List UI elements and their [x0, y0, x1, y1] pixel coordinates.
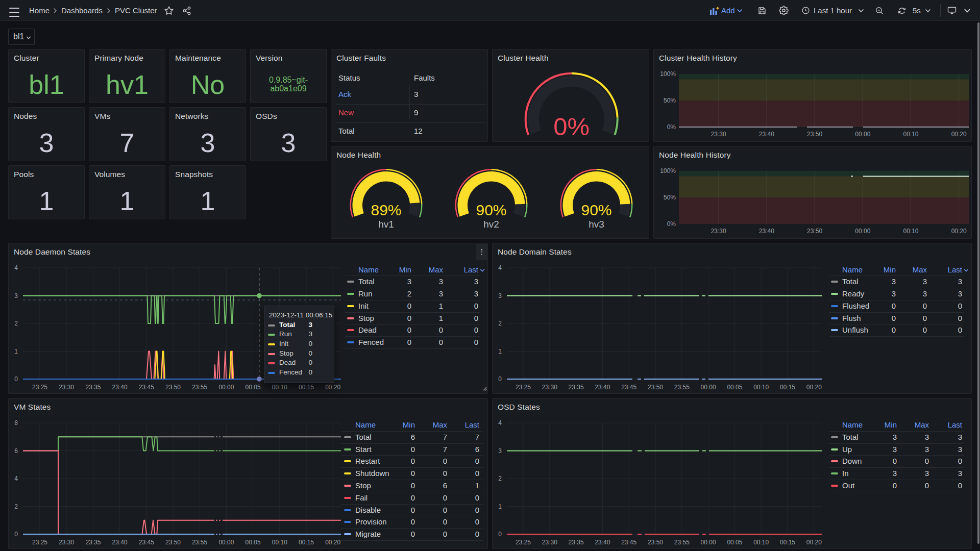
svg-text:23:50: 23:50	[807, 228, 822, 235]
svg-text:23:25: 23:25	[32, 539, 47, 546]
svg-text:1: 1	[498, 348, 502, 355]
svg-text:00:05: 00:05	[246, 384, 261, 391]
svg-text:23:35: 23:35	[85, 539, 101, 546]
svg-text:23:55: 23:55	[674, 539, 690, 546]
svg-text:4: 4	[498, 264, 502, 271]
svg-text:23:50: 23:50	[165, 384, 181, 391]
svg-text:23:45: 23:45	[621, 384, 636, 391]
svg-text:00:20: 00:20	[951, 131, 967, 138]
svg-text:23:30: 23:30	[59, 384, 74, 391]
svg-text:23:25: 23:25	[32, 384, 47, 391]
svg-text:1: 1	[14, 348, 18, 355]
svg-text:00:10: 00:10	[903, 228, 918, 235]
svg-text:23:50: 23:50	[648, 539, 663, 546]
svg-text:23:30: 23:30	[711, 228, 726, 235]
svg-text:23:50: 23:50	[807, 131, 822, 138]
svg-text:00:00: 00:00	[701, 384, 716, 391]
svg-text:23:25: 23:25	[516, 384, 531, 391]
svg-text:23:55: 23:55	[192, 539, 207, 546]
svg-text:23:35: 23:35	[85, 384, 101, 391]
svg-text:4: 4	[14, 475, 18, 482]
svg-text:2: 2	[498, 320, 502, 327]
svg-text:3: 3	[498, 292, 502, 299]
svg-text:2: 2	[14, 320, 18, 327]
svg-text:23:40: 23:40	[595, 384, 610, 391]
svg-text:00:20: 00:20	[806, 539, 822, 546]
svg-text:0: 0	[14, 375, 18, 383]
svg-text:00:15: 00:15	[299, 384, 314, 391]
svg-text:hv2: hv2	[483, 219, 499, 230]
svg-text:23:40: 23:40	[759, 228, 774, 235]
svg-text:23:35: 23:35	[569, 539, 584, 546]
svg-text:23:45: 23:45	[621, 539, 636, 546]
svg-text:3: 3	[498, 447, 502, 455]
svg-text:23:25: 23:25	[516, 539, 531, 546]
svg-text:100%: 100%	[660, 70, 676, 78]
svg-text:00:20: 00:20	[806, 384, 822, 391]
svg-text:00:10: 00:10	[903, 131, 918, 138]
svg-text:00:15: 00:15	[299, 539, 314, 546]
svg-text:23:30: 23:30	[542, 539, 557, 546]
svg-text:8: 8	[14, 419, 18, 427]
svg-text:23:45: 23:45	[139, 384, 154, 391]
svg-text:23:55: 23:55	[674, 384, 690, 391]
svg-text:0: 0	[498, 375, 502, 383]
svg-text:90%: 90%	[476, 202, 506, 218]
svg-text:23:30: 23:30	[711, 131, 726, 138]
svg-text:50%: 50%	[664, 97, 676, 104]
svg-text:00:15: 00:15	[780, 384, 795, 391]
svg-text:23:55: 23:55	[192, 384, 207, 391]
svg-text:00:00: 00:00	[855, 131, 870, 138]
svg-text:90%: 90%	[581, 202, 611, 218]
svg-text:50%: 50%	[664, 194, 676, 201]
svg-text:hv1: hv1	[378, 219, 394, 230]
svg-text:00:20: 00:20	[325, 384, 340, 391]
svg-text:100%: 100%	[660, 167, 676, 174]
svg-text:00:00: 00:00	[855, 228, 870, 235]
svg-text:0%: 0%	[553, 113, 590, 140]
svg-text:00:20: 00:20	[951, 228, 967, 235]
svg-text:00:05: 00:05	[727, 539, 742, 546]
svg-text:89%: 89%	[371, 202, 401, 218]
svg-text:4: 4	[14, 264, 18, 271]
svg-text:6: 6	[14, 447, 18, 455]
svg-text:23:30: 23:30	[59, 539, 74, 546]
svg-text:00:05: 00:05	[727, 384, 742, 391]
svg-text:23:40: 23:40	[759, 131, 774, 138]
svg-text:23:50: 23:50	[165, 539, 181, 546]
svg-text:3: 3	[14, 292, 18, 299]
svg-text:00:00: 00:00	[218, 384, 234, 391]
svg-text:23:30: 23:30	[542, 384, 557, 391]
svg-text:1: 1	[498, 503, 502, 510]
svg-text:00:10: 00:10	[272, 539, 287, 546]
svg-text:23:40: 23:40	[595, 539, 610, 546]
svg-text:00:00: 00:00	[218, 539, 234, 546]
svg-text:00:15: 00:15	[780, 539, 795, 546]
svg-text:00:10: 00:10	[753, 384, 769, 391]
svg-text:00:10: 00:10	[753, 539, 769, 546]
svg-text:00:05: 00:05	[246, 539, 261, 546]
svg-text:2: 2	[14, 503, 18, 510]
svg-text:0%: 0%	[667, 123, 676, 131]
svg-text:00:10: 00:10	[272, 384, 287, 391]
svg-text:4: 4	[498, 419, 502, 427]
svg-text:00:00: 00:00	[701, 539, 716, 546]
svg-text:0: 0	[498, 531, 502, 538]
svg-text:23:40: 23:40	[112, 384, 128, 391]
svg-text:2: 2	[498, 475, 502, 482]
svg-text:0: 0	[14, 531, 18, 538]
svg-text:23:40: 23:40	[112, 539, 128, 546]
svg-text:hv3: hv3	[589, 219, 604, 230]
svg-text:23:45: 23:45	[139, 539, 154, 546]
svg-text:00:20: 00:20	[325, 539, 340, 546]
svg-text:23:50: 23:50	[648, 384, 663, 391]
svg-text:23:35: 23:35	[569, 384, 584, 391]
svg-text:0%: 0%	[667, 220, 676, 228]
